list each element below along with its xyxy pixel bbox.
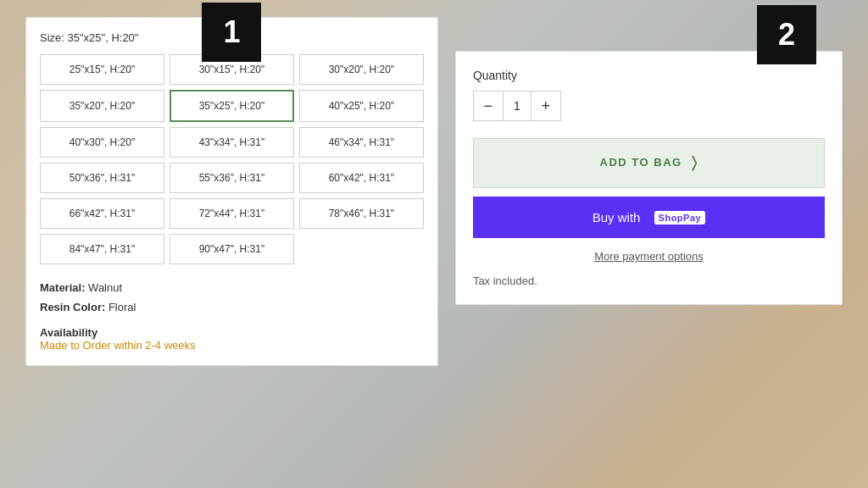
shop-pay-button[interactable]: Buy with ShopPay xyxy=(473,197,825,238)
quantity-plus-button[interactable]: + xyxy=(531,92,560,120)
size-option-button[interactable]: 50"x36", H:31" xyxy=(40,163,164,193)
size-option-button[interactable]: 66"x42", H:31" xyxy=(40,198,164,229)
quantity-control: − 1 + xyxy=(473,91,561,121)
size-option-button[interactable]: 90"x47", H:31" xyxy=(170,234,294,264)
material-label: Material: xyxy=(40,281,85,294)
step-badge-1: 1 xyxy=(202,3,261,62)
shop-pay-prefix: Buy with xyxy=(593,210,641,225)
size-option-button[interactable]: 40"x25", H:20" xyxy=(299,90,424,122)
size-option-button[interactable]: 35"x20", H:20" xyxy=(40,90,164,122)
size-option-button[interactable]: 25"x15", H:20" xyxy=(40,54,164,85)
step-badge-2: 2 xyxy=(757,5,816,64)
shop-pay-brand: ShopPay xyxy=(654,211,706,225)
tax-info: Tax included. xyxy=(473,274,825,287)
size-option-button[interactable]: 60"x42", H:31" xyxy=(299,163,424,193)
purchase-panel: 2 Quantity − 1 + ADD TO BAG 〉 Buy with S… xyxy=(455,51,843,305)
quantity-minus-button[interactable]: − xyxy=(474,92,503,120)
size-option-button[interactable]: 55"x36", H:31" xyxy=(170,163,294,193)
size-option-button[interactable]: 78"x46", H:31" xyxy=(299,198,424,229)
resin-label: Resin Color: xyxy=(40,301,105,313)
size-option-button[interactable]: 84"x47", H:31" xyxy=(40,234,164,264)
size-option-button[interactable]: 46"x34", H:31" xyxy=(299,127,424,158)
size-option-button[interactable]: 30"x20", H:20" xyxy=(299,54,424,85)
size-option-button[interactable]: 40"x30", H:20" xyxy=(40,127,164,158)
quantity-label: Quantity xyxy=(473,69,825,82)
product-info: Material: Walnut Resin Color: Floral xyxy=(40,278,424,318)
resin-value: Floral xyxy=(108,301,136,313)
size-option-button[interactable]: 72"x44", H:31" xyxy=(170,198,294,229)
more-payment-options-link[interactable]: More payment options xyxy=(473,250,825,263)
size-option-button[interactable]: 35"x25", H:20" xyxy=(170,90,294,122)
availability-value: Made to Order within 2-4 weeks xyxy=(40,339,424,352)
availability-title: Availability xyxy=(40,326,424,339)
size-selector-panel: 1 Size: 35"x25", H:20" 25"x15", H:20"30"… xyxy=(25,17,438,366)
quantity-value: 1 xyxy=(503,92,531,120)
cursor-icon: 〉 xyxy=(692,154,698,172)
size-option-button[interactable]: 43"x34", H:31" xyxy=(170,127,294,158)
availability-section: Availability Made to Order within 2-4 we… xyxy=(40,326,424,352)
add-to-bag-button[interactable]: ADD TO BAG 〉 xyxy=(473,138,825,188)
size-grid: 25"x15", H:20"30"x15", H:20"30"x20", H:2… xyxy=(40,54,424,264)
material-value: Walnut xyxy=(88,281,122,294)
